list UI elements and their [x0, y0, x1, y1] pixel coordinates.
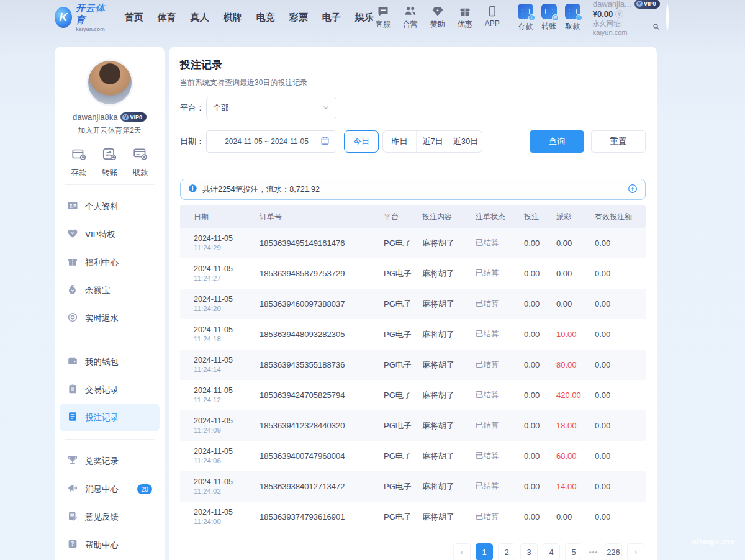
cell-content: 麻将胡了: [422, 238, 476, 249]
expand-plus-icon[interactable]: [628, 184, 638, 196]
top-header: K 开云体育 kaiyun.com 首页 体育 真人 棋牌 电竞 彩票 电子 娱…: [0, 0, 745, 35]
cell-bet: 0.00: [524, 269, 556, 278]
cell-bet: 0.00: [524, 482, 556, 491]
platform-filter-row: 平台： 全部: [180, 97, 646, 119]
header-platform: 平台: [384, 212, 422, 222]
help-icon: ?: [67, 538, 78, 551]
deposit-button[interactable]: ↓ 存款: [518, 4, 533, 32]
sidebar-menu-group-1: 个人资料 VIP特权 福利中心 余额宝 实时返水: [55, 191, 165, 333]
last30days-filter-button[interactable]: 近30日: [449, 131, 482, 152]
transfer-button[interactable]: ⇄ 转账: [541, 4, 557, 32]
brand-logo[interactable]: K 开云体育 kaiyun.com: [55, 2, 109, 32]
promo-button[interactable]: 优惠: [456, 5, 474, 30]
brand-name: 开云体育: [76, 2, 109, 26]
cell-status: 已结算: [476, 512, 524, 522]
cell-status: 已结算: [476, 481, 524, 492]
today-filter-button[interactable]: 今日: [344, 130, 379, 153]
sidebar-item-help[interactable]: ? 帮助中心: [60, 531, 160, 559]
page-button-1[interactable]: 1: [476, 543, 493, 560]
nav-item-sports[interactable]: 体育: [158, 12, 176, 24]
cell-date: 2024-11-0511:24:12: [180, 386, 260, 405]
user-info-block: dawanjia... V VIP0 ¥0.00 ∨ 永久网址: kaiyun.…: [593, 0, 661, 36]
cell-payout: 0.00: [556, 512, 595, 522]
cell-platform: PG电子: [384, 268, 422, 279]
customer-service-button[interactable]: 客服: [374, 5, 392, 30]
search-icon[interactable]: [652, 23, 660, 32]
vip-badge[interactable]: V VIP0: [634, 0, 661, 9]
nav-item-esports[interactable]: 电竞: [256, 12, 275, 24]
app-download-button[interactable]: APP: [483, 5, 502, 30]
table-row: 2024-11-0511:24:06 1853639400747968004 P…: [180, 441, 646, 471]
table-row: 2024-11-0511:24:00 1853639374793616901 P…: [180, 502, 646, 532]
cell-platform: PG电子: [384, 390, 422, 401]
nav-item-home[interactable]: 首页: [125, 12, 143, 24]
sidebar-item-wallet[interactable]: 我的钱包: [60, 348, 160, 376]
wallet-group: ↓ 存款 ⇄ 转账 ↑ 取款: [518, 4, 580, 32]
page-button-3[interactable]: 3: [520, 543, 538, 560]
sidebar-deposit-button[interactable]: 存款: [71, 146, 87, 178]
avatar[interactable]: [666, 4, 669, 31]
vip-shield-icon: V: [636, 1, 643, 7]
cell-platform: PG电子: [384, 512, 422, 523]
sidebar-item-yuebao[interactable]: 余额宝: [60, 276, 160, 304]
nav-item-slots[interactable]: 电子: [322, 12, 341, 24]
sidebar-transfer-button[interactable]: 转账: [101, 146, 117, 178]
cell-platform: PG电子: [384, 420, 422, 431]
page-button-4[interactable]: 4: [543, 543, 560, 560]
date-range-input[interactable]: 2024-11-05 ~ 2024-11-05: [206, 130, 336, 153]
sidebar-menu-group-2: 我的钱包 交易记录 投注记录: [55, 346, 165, 433]
svg-text:?: ?: [71, 541, 74, 547]
page-button-last[interactable]: 226: [605, 543, 622, 560]
profile-avatar[interactable]: [86, 59, 133, 106]
sponsor-button[interactable]: 赞助: [428, 5, 447, 30]
table-row: 2024-11-0511:24:12 1853639424705825794 P…: [180, 380, 646, 410]
sidebar-item-vip[interactable]: VIP特权: [60, 220, 160, 248]
clipboard-icon: [67, 383, 78, 396]
cell-order: 1853639485879753729: [260, 269, 384, 278]
sidebar-item-rebate[interactable]: 实时返水: [60, 304, 160, 332]
cell-valid: 0.00: [595, 360, 644, 369]
cell-bet: 0.00: [524, 391, 556, 400]
search-button[interactable]: 查询: [530, 130, 584, 153]
cell-content: 麻将胡了: [422, 329, 476, 340]
sidebar-item-prize-records[interactable]: 兑奖记录: [60, 447, 160, 475]
nav-item-live[interactable]: 真人: [191, 12, 209, 24]
nav-item-chess[interactable]: 棋牌: [224, 12, 242, 24]
sidebar-item-feedback[interactable]: 意见反馈: [60, 503, 160, 531]
withdraw-button[interactable]: ↑ 取款: [565, 4, 580, 32]
profile-vip-badge[interactable]: V VIP0: [120, 112, 147, 122]
cell-valid: 0.00: [595, 238, 644, 248]
page-ellipsis[interactable]: •••: [587, 548, 600, 556]
partnership-button[interactable]: 合营: [401, 5, 420, 30]
quick-actions: 存款 转账 取款: [55, 146, 165, 178]
cell-platform: PG电子: [384, 238, 422, 249]
main-content: 投注记录 当前系统支持查询最近30日的投注记录 平台： 全部 日期： 2024-…: [169, 47, 657, 560]
prev-page-button[interactable]: ‹: [453, 543, 471, 560]
header-content: 投注内容: [422, 212, 476, 222]
balance-dropdown[interactable]: ¥0.00 ∨: [593, 9, 661, 19]
sidebar-withdraw-button[interactable]: 取款: [132, 146, 148, 178]
sidebar: dawanjia8ka V VIP0 加入开云体育第2天 存款 转账 取款: [55, 47, 165, 560]
next-page-button[interactable]: ›: [627, 543, 644, 560]
vip-shield-icon: V: [122, 114, 129, 120]
page-title: 投注记录: [180, 58, 646, 72]
last7days-filter-button[interactable]: 近7日: [416, 131, 449, 152]
reset-button[interactable]: 重置: [591, 130, 646, 153]
sidebar-item-profile[interactable]: 个人资料: [60, 192, 160, 220]
yesterday-filter-button[interactable]: 昨日: [383, 131, 416, 152]
sidebar-item-messages[interactable]: 消息中心 20: [60, 475, 160, 503]
sidebar-item-transactions[interactable]: 交易记录: [60, 376, 160, 404]
page-button-5[interactable]: 5: [565, 543, 582, 560]
cell-valid: 0.00: [595, 391, 644, 400]
nav-item-lottery[interactable]: 彩票: [289, 12, 308, 24]
page-button-2[interactable]: 2: [498, 543, 515, 560]
nav-item-entertainment[interactable]: 娱乐: [355, 12, 374, 24]
cell-status: 已结算: [476, 390, 524, 400]
phone-icon: [486, 5, 499, 17]
platform-select[interactable]: 全部: [206, 97, 336, 119]
watermark-text: shequ.me: [692, 536, 735, 546]
sidebar-item-welfare[interactable]: 福利中心: [60, 248, 160, 276]
cell-date: 2024-11-0511:24:02: [180, 477, 260, 496]
sidebar-item-bet-records[interactable]: 投注记录: [60, 404, 160, 431]
cell-order: 1853639448093282305: [260, 330, 384, 339]
